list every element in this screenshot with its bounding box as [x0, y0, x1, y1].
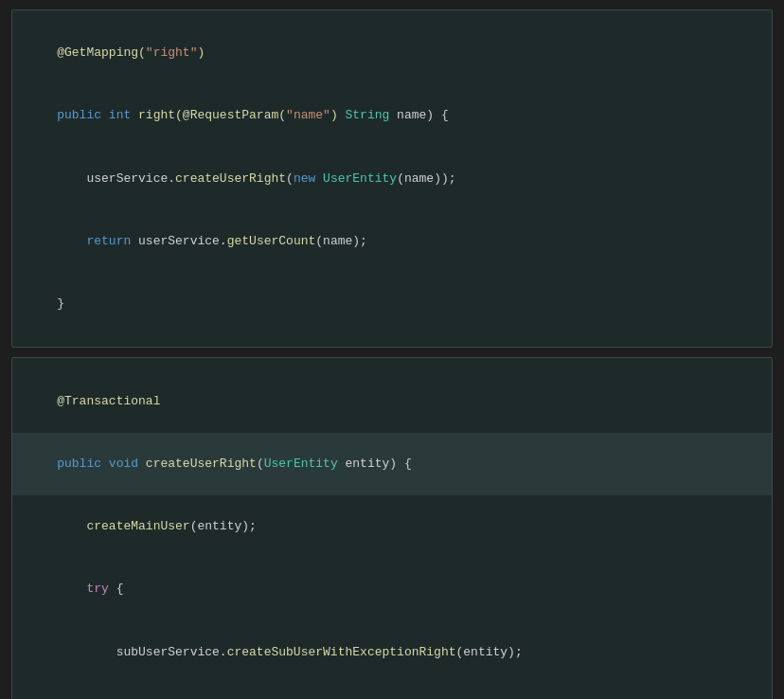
code-line: public int right(@RequestParam("name") S… [27, 84, 757, 147]
code-line: subUserService.createSubUserWithExceptio… [27, 621, 757, 684]
code-line: } catch (Exception ex) { [27, 684, 757, 699]
code-line-highlight: public void createUserRight(UserEntity e… [12, 433, 772, 495]
code-line: return userService.getUserCount(name); [27, 210, 757, 273]
code-line: @Transactional [27, 369, 757, 432]
code-block-1: @GetMapping("right") public int right(@R… [11, 9, 773, 348]
code-line: try { [27, 558, 757, 620]
code-block-2: @Transactional public void createUserRig… [11, 357, 773, 699]
code-line: } [27, 273, 757, 335]
code-line: @GetMapping("right") [27, 22, 757, 84]
code-line: userService.createUserRight(new UserEnti… [27, 148, 757, 210]
code-line: createMainUser(entity); [27, 495, 757, 558]
